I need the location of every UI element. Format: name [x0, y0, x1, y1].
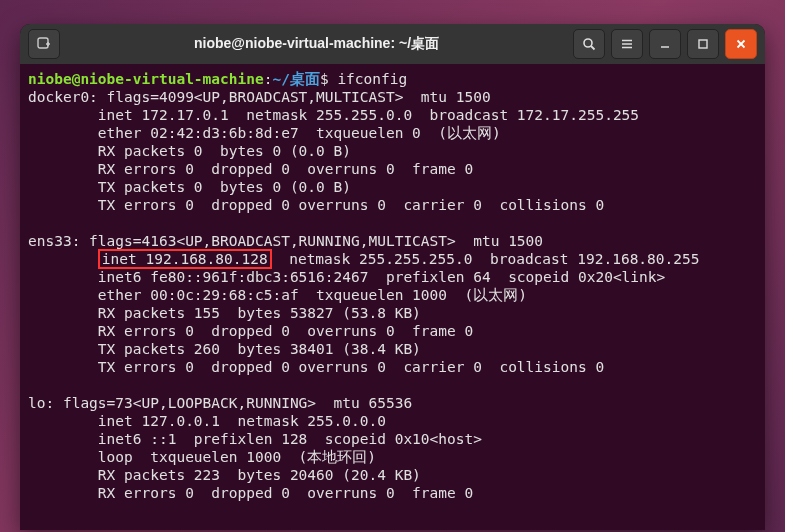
search-button[interactable] — [573, 29, 605, 59]
iface-header-docker0: docker0: flags=4099<UP,BROADCAST,MULTICA… — [28, 89, 491, 105]
iface-line: TX errors 0 dropped 0 overruns 0 carrier… — [28, 359, 604, 375]
iface-line: RX errors 0 dropped 0 overruns 0 frame 0 — [28, 485, 473, 501]
iface-line: TX errors 0 dropped 0 overruns 0 carrier… — [28, 197, 604, 213]
iface-line: TX packets 260 bytes 38401 (38.4 KB) — [28, 341, 421, 357]
inet-suffix: netmask 255.255.255.0 broadcast 192.168.… — [272, 251, 700, 267]
terminal-output[interactable]: niobe@niobe-virtual-machine:~/桌面$ ifconf… — [20, 64, 765, 530]
iface-line: RX packets 155 bytes 53827 (53.8 KB) — [28, 305, 421, 321]
close-icon — [734, 37, 748, 51]
iface-line: loop txqueuelen 1000 (本地环回) — [28, 449, 376, 465]
iface-line: RX errors 0 dropped 0 overruns 0 frame 0 — [28, 323, 473, 339]
iface-line: inet6 ::1 prefixlen 128 scopeid 0x10<hos… — [28, 431, 482, 447]
iface-line: RX packets 0 bytes 0 (0.0 B) — [28, 143, 351, 159]
iface-line: inet 127.0.0.1 netmask 255.0.0.0 — [28, 413, 386, 429]
menu-button[interactable] — [611, 29, 643, 59]
svg-rect-9 — [699, 40, 707, 48]
maximize-button[interactable] — [687, 29, 719, 59]
iface-line: TX packets 0 bytes 0 (0.0 B) — [28, 179, 351, 195]
command: ifconfig — [337, 71, 407, 87]
close-button[interactable] — [725, 29, 757, 59]
minimize-icon — [658, 37, 672, 51]
iface-header-ens33: ens33: flags=4163<UP,BROADCAST,RUNNING,M… — [28, 233, 543, 249]
highlighted-inet: inet 192.168.80.128 — [98, 249, 272, 269]
iface-line: ether 00:0c:29:68:c5:af txqueuelen 1000 … — [28, 287, 527, 303]
window-title: niobe@niobe-virtual-machine: ~/桌面 — [66, 35, 567, 53]
iface-line: inet 172.17.0.1 netmask 255.255.0.0 broa… — [28, 107, 639, 123]
iface-header-lo: lo: flags=73<UP,LOOPBACK,RUNNING> mtu 65… — [28, 395, 412, 411]
svg-point-3 — [584, 39, 592, 47]
terminal-window: niobe@niobe-virtual-machine: ~/桌面 — [20, 24, 765, 530]
titlebar: niobe@niobe-virtual-machine: ~/桌面 — [20, 24, 765, 64]
new-tab-icon — [37, 37, 51, 51]
prompt-path: ~/桌面 — [272, 71, 319, 87]
iface-line: ether 02:42:d3:6b:8d:e7 txqueuelen 0 (以太… — [28, 125, 501, 141]
iface-line: RX errors 0 dropped 0 overruns 0 frame 0 — [28, 161, 473, 177]
prompt-dollar: $ — [320, 71, 329, 87]
inet-prefix — [28, 251, 98, 267]
maximize-icon — [696, 37, 710, 51]
minimize-button[interactable] — [649, 29, 681, 59]
svg-line-4 — [591, 46, 595, 50]
iface-line: inet6 fe80::961f:dbc3:6516:2467 prefixle… — [28, 269, 665, 285]
hamburger-icon — [620, 37, 634, 51]
prompt-user: niobe@niobe-virtual-machine — [28, 71, 264, 87]
iface-line: RX packets 223 bytes 20460 (20.4 KB) — [28, 467, 421, 483]
svg-rect-0 — [38, 38, 48, 48]
new-tab-button[interactable] — [28, 29, 60, 59]
search-icon — [582, 37, 596, 51]
